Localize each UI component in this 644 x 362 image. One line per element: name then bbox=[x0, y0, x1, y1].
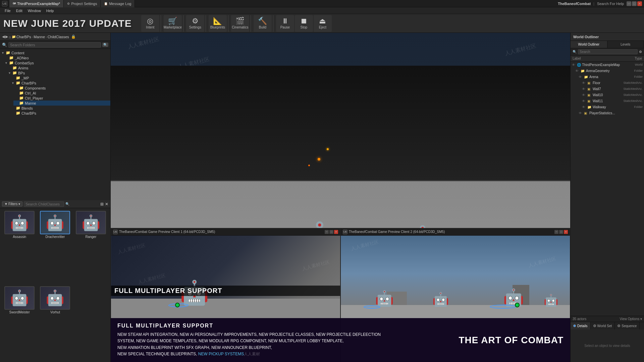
prev1-close[interactable]: ✕ bbox=[334, 230, 338, 234]
folder-search-input[interactable] bbox=[8, 42, 101, 48]
maximize-button[interactable]: □ bbox=[632, 1, 637, 6]
outliner-world[interactable]: 👁 🌐 ThirdPersonExampleMap World bbox=[571, 62, 644, 68]
details-tab-details[interactable]: Details bbox=[571, 322, 591, 329]
vis-eye2[interactable]: 👁 bbox=[575, 69, 580, 73]
vis-eye9[interactable]: 👁 bbox=[579, 111, 583, 115]
tree-mp[interactable]: 📁 _MP bbox=[10, 75, 110, 80]
settings-icon: ⚙ bbox=[67, 2, 70, 5]
outliner-wall7[interactable]: 👁 ▣ Wall7 StaticMeshAc. bbox=[571, 86, 644, 92]
tree-charbps2[interactable]: 📁 CharBPs bbox=[10, 111, 110, 116]
tab-message-log[interactable]: 📋 Message Log bbox=[101, 0, 135, 7]
outliner-search-input[interactable] bbox=[578, 49, 638, 54]
tree-combatsys[interactable]: ▼ 📁 CombatSys bbox=[3, 60, 110, 65]
build-button[interactable]: 🔨 Build bbox=[254, 15, 272, 32]
tree-content[interactable]: ▼ 📁 Content bbox=[0, 50, 110, 55]
breadcrumb-charbps[interactable]: CharBPs bbox=[16, 35, 31, 39]
breadcrumb-childclasses[interactable]: ChildClasses bbox=[48, 35, 69, 39]
asset-swordmeister[interactable]: 🤖 SwordMeister bbox=[3, 286, 36, 360]
tab-bar: 🗺 ThirdPersonExampleMap* ⚙ Project Setti… bbox=[9, 0, 135, 7]
minimize-button[interactable]: ─ bbox=[627, 1, 631, 6]
details-tab-sequence[interactable]: Sequence bbox=[615, 322, 640, 329]
breadcrumb-manne[interactable]: Manne bbox=[34, 35, 45, 39]
tree-bps[interactable]: ▼ 📁 BPs bbox=[7, 70, 110, 75]
outliner-wall11[interactable]: 👁 ▣ Wall11 StaticMeshAc. bbox=[571, 98, 644, 104]
tree-manne[interactable]: 📁 Manne bbox=[13, 101, 110, 106]
mesh3-icon: ▣ bbox=[587, 93, 592, 97]
outliner-wall10[interactable]: 👁 ▣ Wall10 StaticMeshAc. bbox=[571, 92, 644, 98]
outliner-floor[interactable]: 👁 ▣ Floor StaticMeshAc. bbox=[571, 80, 644, 86]
eject-icon: ⏏ bbox=[319, 17, 326, 25]
outliner-walkway[interactable]: 👁 📁 Walkway Folder bbox=[571, 104, 644, 110]
menu-help[interactable]: Help bbox=[44, 7, 57, 14]
content-view-button[interactable]: ⊞ bbox=[100, 202, 104, 206]
outliner-settings-icon[interactable]: ⚙ bbox=[639, 50, 642, 54]
pause-icon: ⏸ bbox=[281, 17, 289, 25]
outliner-arena[interactable]: 👁 📁 Arena Folder bbox=[571, 74, 644, 80]
vis-eye7[interactable]: 👁 bbox=[582, 99, 587, 103]
vis-eye5[interactable]: 👁 bbox=[582, 87, 587, 91]
menu-file[interactable]: File bbox=[2, 7, 13, 14]
prev2-close[interactable]: ✕ bbox=[564, 230, 568, 234]
eject-button[interactable]: ⏏ Eject bbox=[314, 15, 332, 32]
settings-button[interactable]: ⚙ Settings bbox=[186, 15, 204, 32]
outliner-search-bar: 🔍 ⚙ bbox=[571, 48, 644, 56]
content-search-icon[interactable]: 🔍 bbox=[65, 202, 69, 206]
asset-ranger[interactable]: 🤖 Ranger bbox=[74, 211, 108, 284]
prev1-max[interactable]: □ bbox=[329, 230, 333, 234]
outliner-arena-geo[interactable]: 👁 📁 ArenaGeometry Folder bbox=[571, 68, 644, 74]
vis-eye4[interactable]: 👁 bbox=[582, 81, 587, 85]
mesh2-icon: ▣ bbox=[587, 87, 592, 91]
menu-edit[interactable]: Edit bbox=[13, 7, 25, 14]
tree-adneo[interactable]: 📁 _ADNeo bbox=[3, 55, 110, 60]
tab-project-settings[interactable]: ⚙ Project Settings bbox=[64, 0, 101, 7]
filters-button[interactable]: ▼ Filters ▾ bbox=[2, 201, 22, 206]
content-search-input[interactable] bbox=[24, 201, 64, 207]
breadcrumb-home[interactable]: ⌂ bbox=[9, 35, 11, 39]
asset-vorhut[interactable]: 🤖 Vorhut bbox=[38, 286, 72, 360]
breadcrumb-lock[interactable]: 🔒 bbox=[71, 35, 76, 39]
intent-icon: ◎ bbox=[147, 17, 153, 25]
main-viewport[interactable]: 人人素材社区 人人素材社区 人人素材社区 人人素材社区 人人素材社区 人人素材社… bbox=[111, 33, 570, 362]
tree-components[interactable]: 📁 Components bbox=[13, 85, 110, 90]
prev2-min[interactable]: ─ bbox=[554, 230, 558, 234]
vis-eye3[interactable]: 👁 bbox=[579, 75, 583, 79]
breadcrumb-forward[interactable]: ▶ bbox=[5, 35, 8, 39]
marketplace-button[interactable]: 🛒 Marketplace bbox=[164, 15, 182, 32]
p1-caption: FULL MULTIPLAYER SUPPORT bbox=[111, 286, 340, 296]
tab-map[interactable]: 🗺 ThirdPersonExampleMap* bbox=[9, 0, 64, 7]
stop-button[interactable]: ⏹ Stop bbox=[295, 15, 313, 32]
content-close-button[interactable]: ✕ bbox=[105, 202, 108, 206]
search-submit-icon[interactable]: 🔍 bbox=[102, 43, 108, 47]
vis-eye8[interactable]: 👁 bbox=[582, 105, 587, 109]
pause-button[interactable]: ⏸ Pause bbox=[276, 15, 294, 32]
intent-button[interactable]: ◎ Intent bbox=[141, 15, 159, 32]
menu-window[interactable]: Window bbox=[25, 7, 44, 14]
tree-anims[interactable]: 📁 Anims bbox=[7, 65, 110, 70]
details-tab-worldset[interactable]: World Set bbox=[591, 322, 615, 329]
tree-ctrl-ai[interactable]: 📁 Ctrl_AI bbox=[13, 90, 110, 96]
asset-assassin[interactable]: 🤖 Assassin bbox=[3, 211, 36, 284]
view-options-button[interactable]: View Options ▾ bbox=[620, 317, 642, 321]
p2-char2: 🤖 bbox=[432, 292, 449, 307]
outliner-tab-levels[interactable]: Levels bbox=[607, 41, 644, 48]
outliner-player-stats[interactable]: 👁 ▣ PlayerStatistics... bbox=[571, 110, 644, 116]
actor-count-bar: 35 actors View Options ▾ bbox=[571, 316, 644, 322]
tree-ctrl-player[interactable]: 📁 Ctrl_Player bbox=[13, 96, 110, 101]
prev2-max[interactable]: □ bbox=[559, 230, 563, 234]
outliner-tab-world[interactable]: World Outliner bbox=[571, 41, 607, 48]
cinematics-button[interactable]: 🎬 Cinematics bbox=[231, 15, 249, 32]
search-help-label[interactable]: Search For Help bbox=[597, 2, 624, 6]
prev1-min[interactable]: ─ bbox=[325, 230, 329, 234]
vis-eye[interactable]: 👁 bbox=[572, 63, 576, 67]
filter-icon: ▼ bbox=[4, 202, 8, 206]
details-empty-text: Select an object to view details bbox=[584, 344, 630, 348]
tree-blends[interactable]: 📁 Blends bbox=[10, 106, 110, 111]
tree-charbps-sub[interactable]: ▼ 📁 CharBPs bbox=[10, 80, 110, 85]
vis-eye6[interactable]: 👁 bbox=[582, 93, 587, 97]
col-label: Label bbox=[573, 57, 633, 60]
asset-drachenritter[interactable]: 🤖 Drachenritter bbox=[38, 211, 72, 284]
blueprints-button[interactable]: 📐 Blueprints bbox=[209, 15, 227, 32]
close-button[interactable]: ✕ bbox=[637, 1, 642, 6]
breadcrumb-back[interactable]: ◀ bbox=[2, 35, 5, 39]
p2-char4: 🤖 bbox=[544, 294, 558, 307]
